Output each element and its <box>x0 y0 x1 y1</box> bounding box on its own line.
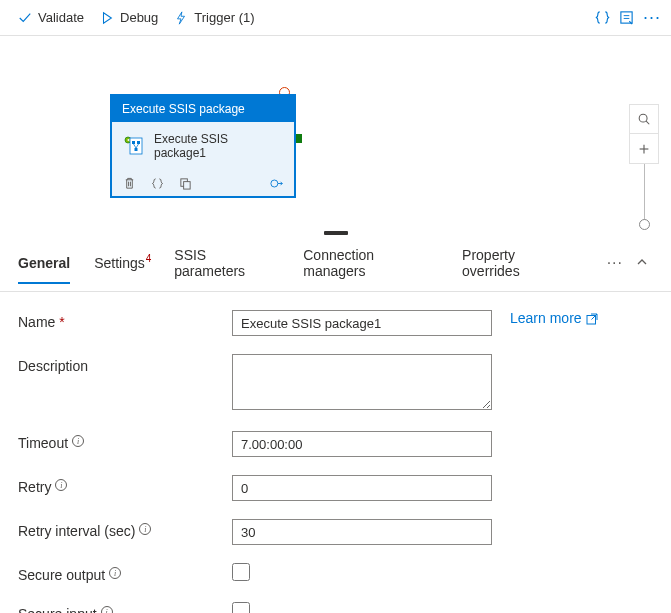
list-icon[interactable] <box>619 10 635 26</box>
tab-settings[interactable]: Settings4 <box>94 243 150 283</box>
tab-ssis-parameters[interactable]: SSIS parameters <box>174 235 279 291</box>
tab-connection-managers[interactable]: Connection managers <box>303 235 438 291</box>
info-icon[interactable]: i <box>101 606 113 613</box>
ssis-package-icon <box>124 136 144 156</box>
lightning-icon <box>174 11 188 25</box>
activity-title: Execute SSIS package1 <box>154 132 282 160</box>
info-icon[interactable]: i <box>139 523 151 535</box>
svg-rect-5 <box>132 141 135 144</box>
zoom-handle-icon[interactable] <box>639 219 650 230</box>
canvas-add-button[interactable] <box>629 134 659 164</box>
info-icon[interactable]: i <box>109 567 121 579</box>
dataflow-icon[interactable] <box>270 176 284 190</box>
name-label: Name * <box>18 310 232 330</box>
tab-property-overrides[interactable]: Property overrides <box>462 235 575 291</box>
validate-label: Validate <box>38 10 84 25</box>
retry-input[interactable] <box>232 475 492 501</box>
debug-button[interactable]: Debug <box>92 6 166 29</box>
learn-more-link[interactable]: Learn more <box>510 310 598 326</box>
retry-label: Retry i <box>18 475 232 495</box>
name-input[interactable] <box>232 310 492 336</box>
code-icon[interactable] <box>150 176 164 190</box>
play-icon <box>100 11 114 25</box>
activity-footer <box>112 170 294 196</box>
secure-output-label: Secure output i <box>18 563 232 583</box>
success-handle-icon[interactable] <box>296 134 302 143</box>
validate-button[interactable]: Validate <box>10 6 92 29</box>
zoom-track[interactable] <box>644 164 645 220</box>
tabs-more-icon[interactable]: ··· <box>599 254 631 272</box>
secure-input-label: Secure input i <box>18 602 232 613</box>
more-icon[interactable]: ··· <box>643 7 661 28</box>
collapse-panel-button[interactable] <box>631 251 653 276</box>
secure-input-checkbox[interactable] <box>232 602 250 613</box>
activity-body: Execute SSIS package1 <box>112 122 294 170</box>
description-label: Description <box>18 354 232 374</box>
trigger-label: Trigger (1) <box>194 10 254 25</box>
secure-output-checkbox[interactable] <box>232 563 250 581</box>
svg-rect-7 <box>135 148 138 151</box>
delete-icon[interactable] <box>122 176 136 190</box>
tab-general[interactable]: General <box>18 243 70 283</box>
debug-label: Debug <box>120 10 158 25</box>
retry-interval-input[interactable] <box>232 519 492 545</box>
description-input[interactable] <box>232 354 492 410</box>
general-form: Name * Learn more Description Timeout i <box>0 292 671 613</box>
settings-badge: 4 <box>146 253 152 264</box>
svg-point-13 <box>639 114 647 122</box>
timeout-label: Timeout i <box>18 431 232 451</box>
retry-interval-label: Retry interval (sec) i <box>18 519 232 539</box>
svg-point-12 <box>271 180 278 187</box>
braces-icon[interactable] <box>595 10 611 26</box>
info-icon[interactable]: i <box>55 479 67 491</box>
activity-card[interactable]: Execute SSIS package Execute SSIS packag… <box>110 94 296 198</box>
svg-rect-4 <box>130 138 142 154</box>
timeout-input[interactable] <box>232 431 492 457</box>
svg-line-14 <box>646 121 649 124</box>
canvas-side-tools <box>629 104 659 230</box>
external-link-icon <box>586 312 598 324</box>
svg-rect-6 <box>137 141 140 144</box>
info-icon[interactable]: i <box>72 435 84 447</box>
svg-rect-11 <box>183 181 190 188</box>
svg-rect-0 <box>621 12 632 23</box>
properties-tabs: General Settings4 SSIS parameters Connec… <box>0 235 671 292</box>
trigger-button[interactable]: Trigger (1) <box>166 6 262 29</box>
top-toolbar: Validate Debug Trigger (1) ··· <box>0 0 671 36</box>
pipeline-canvas[interactable]: Execute SSIS package Execute SSIS packag… <box>0 36 671 231</box>
copy-icon[interactable] <box>178 176 192 190</box>
activity-header: Execute SSIS package <box>112 96 294 122</box>
canvas-search-button[interactable] <box>629 104 659 134</box>
check-icon <box>18 11 32 25</box>
